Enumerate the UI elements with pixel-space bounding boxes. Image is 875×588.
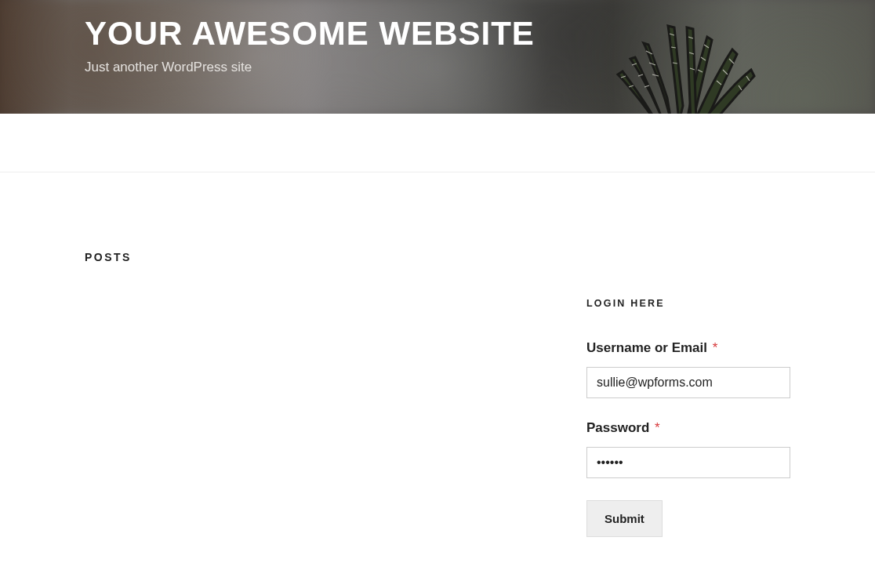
username-label: Username or Email * xyxy=(586,340,790,356)
username-label-text: Username or Email xyxy=(586,340,707,355)
main-column: POSTS xyxy=(85,251,555,263)
content-wrap: POSTS LOGIN HERE Username or Email * Pas… xyxy=(45,172,830,576)
hero-header: YOUR AWESOME WEBSITE Just another WordPr… xyxy=(0,0,875,114)
required-marker: * xyxy=(713,340,718,355)
password-input[interactable] xyxy=(586,447,790,478)
site-title[interactable]: YOUR AWESOME WEBSITE xyxy=(85,16,790,52)
login-widget-title: LOGIN HERE xyxy=(586,298,790,309)
nav-bar xyxy=(0,114,875,172)
password-field-group: Password * xyxy=(586,420,790,478)
password-label: Password * xyxy=(586,420,790,436)
username-field-group: Username or Email * xyxy=(586,340,790,398)
hero-content: YOUR AWESOME WEBSITE Just another WordPr… xyxy=(45,0,830,75)
posts-heading: POSTS xyxy=(85,251,555,263)
password-label-text: Password xyxy=(586,420,649,435)
sidebar: LOGIN HERE Username or Email * Password … xyxy=(586,251,790,537)
username-input[interactable] xyxy=(586,367,790,398)
submit-button[interactable]: Submit xyxy=(586,500,663,537)
required-marker: * xyxy=(655,420,660,435)
site-tagline: Just another WordPress site xyxy=(85,60,790,75)
